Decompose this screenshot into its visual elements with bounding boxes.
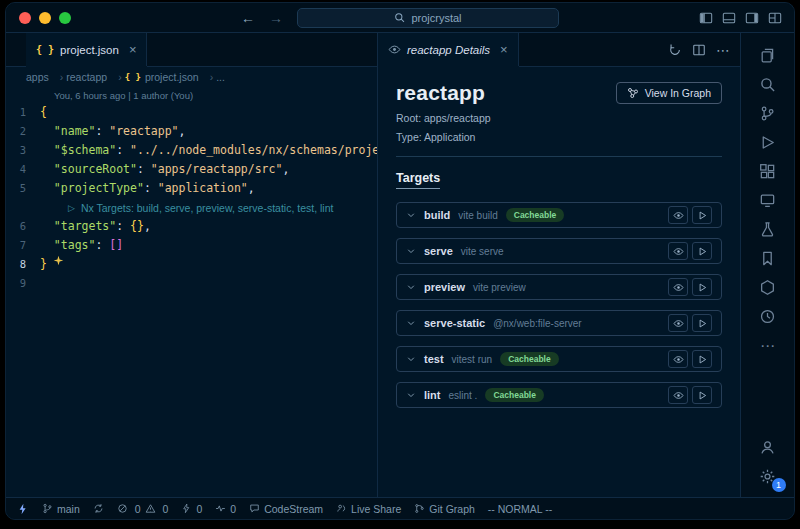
tab-reactapp-details[interactable]: reactapp Details × bbox=[378, 33, 519, 66]
run-target-button[interactable] bbox=[692, 206, 712, 224]
zoom-window-button[interactable] bbox=[59, 12, 71, 24]
copilot-sparkle-icon[interactable] bbox=[53, 255, 64, 274]
close-tab-icon[interactable]: × bbox=[129, 42, 137, 57]
code-token: , bbox=[179, 124, 186, 138]
close-tab-icon[interactable]: × bbox=[500, 42, 508, 57]
line-number[interactable]: 1 bbox=[6, 103, 40, 122]
codelens[interactable]: You, 6 hours ago | 1 author (You) bbox=[6, 88, 377, 103]
breadcrumb-item-more[interactable]: ... bbox=[216, 71, 225, 83]
view-target-button[interactable] bbox=[668, 314, 688, 332]
nx-targets-hint[interactable]: ▷Nx Targets: build, serve, preview, serv… bbox=[6, 198, 377, 217]
toggle-primary-sidebar-icon[interactable] bbox=[699, 11, 713, 25]
view-target-button[interactable] bbox=[668, 206, 688, 224]
view-target-button[interactable] bbox=[668, 242, 688, 260]
code-line[interactable]: 3 "$schema": "../../node_modules/nx/sche… bbox=[6, 141, 377, 160]
refresh-icon[interactable] bbox=[668, 43, 682, 57]
run-target-button[interactable] bbox=[692, 278, 712, 296]
chevron-down-icon[interactable] bbox=[406, 318, 416, 328]
split-editor-icon[interactable] bbox=[692, 43, 706, 57]
line-number[interactable]: 9 bbox=[6, 274, 40, 293]
line-number[interactable]: 6 bbox=[6, 217, 40, 236]
code-line[interactable]: 8} bbox=[6, 255, 377, 274]
target-row[interactable]: build vite build Cacheable bbox=[396, 202, 722, 228]
run-target-button[interactable] bbox=[692, 314, 712, 332]
timeline-icon[interactable] bbox=[745, 302, 791, 331]
more-actions-icon[interactable]: ⋯ bbox=[716, 43, 730, 57]
search-icon[interactable] bbox=[745, 70, 791, 99]
code-editor[interactable]: You, 6 hours ago | 1 author (You)1{2 "na… bbox=[6, 87, 377, 497]
target-row[interactable]: lint eslint . Cacheable bbox=[396, 382, 722, 408]
code-token bbox=[40, 181, 54, 195]
code-token: "projectType" bbox=[54, 181, 144, 195]
live-share-item[interactable]: Live Share bbox=[336, 503, 401, 515]
zap-counter[interactable]: 0 bbox=[181, 503, 202, 515]
breadcrumb-item-project-json[interactable]: { }project.json bbox=[125, 71, 216, 83]
target-row[interactable]: serve vite serve bbox=[396, 238, 722, 264]
target-row[interactable]: serve-static @nx/web:file-server bbox=[396, 310, 722, 336]
git-branch-indicator[interactable]: main bbox=[42, 503, 80, 515]
source-control-icon[interactable] bbox=[745, 99, 791, 128]
view-target-button[interactable] bbox=[668, 386, 688, 404]
project-title: reactapp bbox=[396, 81, 485, 105]
code-line[interactable]: 9 bbox=[6, 274, 377, 293]
run-target-button[interactable] bbox=[692, 350, 712, 368]
extensions-icon[interactable] bbox=[745, 157, 791, 186]
toggle-panel-icon[interactable] bbox=[722, 11, 736, 25]
chevron-down-icon[interactable] bbox=[406, 354, 416, 364]
vim-mode-indicator[interactable]: -- NORMAL -- bbox=[488, 503, 552, 515]
pulse-counter[interactable]: 0 bbox=[215, 503, 236, 515]
pulse-icon bbox=[215, 503, 226, 514]
run-target-button[interactable] bbox=[692, 386, 712, 404]
toggle-secondary-sidebar-icon[interactable] bbox=[745, 11, 759, 25]
testing-flask-icon[interactable] bbox=[745, 215, 791, 244]
explorer-icon[interactable] bbox=[745, 41, 791, 70]
line-number[interactable]: 8 bbox=[6, 255, 40, 274]
code-line[interactable]: 6 "targets": {}, bbox=[6, 217, 377, 236]
command-center-search[interactable]: projcrystal bbox=[297, 8, 559, 28]
line-number[interactable]: 4 bbox=[6, 160, 40, 179]
line-number[interactable]: 2 bbox=[6, 122, 40, 141]
tabbar-left: { } project.json × bbox=[6, 33, 377, 67]
chevron-down-icon[interactable] bbox=[406, 246, 416, 256]
view-in-graph-button[interactable]: View In Graph bbox=[616, 82, 722, 104]
chevron-down-icon[interactable] bbox=[406, 210, 416, 220]
view-target-button[interactable] bbox=[668, 350, 688, 368]
account-icon[interactable] bbox=[745, 433, 791, 462]
nx-console-icon[interactable] bbox=[745, 273, 791, 302]
breadcrumb-item-reactapp[interactable]: reactapp bbox=[66, 71, 124, 83]
chevron-down-icon[interactable] bbox=[406, 390, 416, 400]
run-target-button[interactable] bbox=[692, 242, 712, 260]
line-number[interactable]: 5 bbox=[6, 179, 40, 198]
code-line[interactable]: 1{ bbox=[6, 103, 377, 122]
remote-indicator[interactable] bbox=[17, 503, 29, 515]
customize-layout-icon[interactable] bbox=[768, 11, 782, 25]
remote-explorer-icon[interactable] bbox=[745, 186, 791, 215]
code-line[interactable]: 7 "tags": [] bbox=[6, 236, 377, 255]
minimize-window-button[interactable] bbox=[39, 12, 51, 24]
window-controls bbox=[6, 12, 71, 24]
breadcrumb-item-apps[interactable]: apps bbox=[26, 71, 66, 83]
view-target-button[interactable] bbox=[668, 278, 688, 296]
tab-project-json[interactable]: { } project.json × bbox=[26, 33, 147, 66]
code-line[interactable]: 2 "name": "reactapp", bbox=[6, 122, 377, 141]
sync-changes-button[interactable] bbox=[93, 503, 104, 514]
settings-gear-icon[interactable]: 1 bbox=[745, 462, 791, 491]
eye-icon bbox=[673, 390, 684, 401]
navigate-back-button[interactable]: ← bbox=[241, 11, 255, 25]
cacheable-badge: Cacheable bbox=[500, 352, 559, 366]
codestream-item[interactable]: CodeStream bbox=[249, 503, 323, 515]
chevron-down-icon[interactable] bbox=[406, 282, 416, 292]
code-line[interactable]: 5 "projectType": "application", bbox=[6, 179, 377, 198]
line-number[interactable]: 3 bbox=[6, 141, 40, 160]
target-row[interactable]: test vitest run Cacheable bbox=[396, 346, 722, 372]
navigate-forward-button[interactable]: → bbox=[269, 11, 283, 25]
line-number[interactable]: 7 bbox=[6, 236, 40, 255]
target-row[interactable]: preview vite preview bbox=[396, 274, 722, 300]
run-debug-icon[interactable] bbox=[745, 128, 791, 157]
more-views-icon[interactable]: ⋯ bbox=[745, 331, 791, 360]
bookmarks-icon[interactable] bbox=[745, 244, 791, 273]
problems-indicator[interactable]: 0 0 bbox=[117, 503, 169, 515]
code-line[interactable]: 4 "sourceRoot": "apps/reactapp/src", bbox=[6, 160, 377, 179]
git-graph-item[interactable]: Git Graph bbox=[414, 503, 475, 515]
close-window-button[interactable] bbox=[19, 12, 31, 24]
